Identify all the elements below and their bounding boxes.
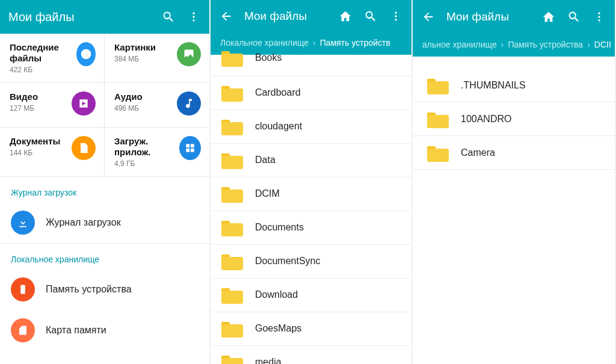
- folder-name: DocumentSync: [255, 256, 321, 267]
- svg-rect-5: [186, 149, 189, 152]
- folder-name: DCIM: [255, 188, 280, 199]
- svg-point-8: [395, 11, 396, 13]
- phone-icon: [11, 277, 35, 301]
- panel-dcim: Мои файлы альное хранилище›Память устрой…: [413, 0, 616, 364]
- chevron-right-icon: ›: [309, 38, 320, 48]
- folder-name: media: [255, 357, 282, 364]
- breadcrumb-segment[interactable]: альное хранилище: [422, 40, 497, 49]
- svg-rect-4: [191, 144, 194, 147]
- section-downloads-title: Журнал загрузок: [0, 177, 209, 202]
- folder-name: .THUMBNAILS: [461, 80, 526, 91]
- folder-row[interactable]: .THUMBNAILS: [413, 69, 615, 102]
- image-icon: [177, 42, 201, 66]
- search-icon[interactable]: [363, 9, 378, 23]
- category-name: Аудио: [114, 91, 143, 102]
- search-icon[interactable]: [567, 10, 581, 24]
- folder-name: 100ANDRO: [461, 114, 511, 125]
- chevron-right-icon: ›: [583, 40, 594, 49]
- downloads-row[interactable]: Журнал загрузок: [0, 202, 209, 243]
- folder-row[interactable]: 100ANDRO: [413, 102, 615, 136]
- svg-point-13: [598, 19, 600, 21]
- svg-rect-6: [191, 149, 194, 152]
- home-icon[interactable]: [541, 10, 556, 24]
- category-audio[interactable]: Аудио496 МБ: [105, 83, 209, 128]
- category-size: 496 МБ: [114, 104, 143, 113]
- folder-name: cloudagent: [255, 121, 302, 132]
- downloads-label: Журнал загрузок: [46, 217, 121, 228]
- back-icon[interactable]: [421, 10, 436, 24]
- category-name: Загруж. прилож.: [114, 136, 179, 158]
- folder-name: Cardboard: [255, 87, 301, 98]
- svg-point-11: [598, 13, 600, 14]
- search-icon[interactable]: [161, 10, 176, 24]
- storage-row[interactable]: Память устройства: [0, 269, 209, 310]
- download-icon: [11, 211, 35, 235]
- appbar: Мои файлы: [211, 0, 411, 32]
- folder-row[interactable]: media: [211, 346, 411, 364]
- svg-rect-7: [20, 285, 25, 294]
- breadcrumb-segment[interactable]: DCII: [594, 40, 611, 49]
- folder-name: Camera: [461, 147, 495, 158]
- appbar-title: Мои файлы: [244, 10, 327, 23]
- folder-row[interactable]: Download: [211, 279, 411, 312]
- folder-row[interactable]: Camera: [413, 136, 615, 170]
- doc-icon: [72, 136, 96, 160]
- category-recent[interactable]: Последние файлы422 КБ: [0, 34, 105, 83]
- svg-rect-3: [186, 144, 189, 147]
- folder-row[interactable]: Data: [211, 144, 411, 177]
- folder-icon: [221, 286, 243, 304]
- folder-icon: [221, 49, 243, 67]
- appbar-title: Мои файлы: [8, 10, 150, 24]
- more-icon[interactable]: [186, 10, 201, 24]
- folder-icon: [221, 117, 243, 135]
- svg-point-9: [395, 15, 396, 17]
- folder-row[interactable]: Cardboard: [211, 76, 411, 110]
- folder-icon: [221, 84, 243, 102]
- storage-row[interactable]: Карта памяти: [0, 310, 209, 351]
- more-icon[interactable]: [389, 9, 403, 23]
- category-name: Документы: [10, 136, 60, 147]
- category-video[interactable]: Видео127 МБ: [0, 83, 105, 128]
- folder-icon: [427, 76, 449, 94]
- panel-device-storage: Мои файлы Локальное хранилище›Память уст…: [211, 0, 413, 364]
- category-doc[interactable]: Документы144 КБ: [0, 128, 105, 177]
- folder-row[interactable]: cloudagent: [211, 110, 411, 144]
- folder-icon: [427, 144, 449, 162]
- svg-point-1: [192, 16, 194, 17]
- breadcrumb-segment[interactable]: Память устройств: [320, 38, 390, 48]
- folder-row[interactable]: Documents: [211, 211, 411, 245]
- more-icon[interactable]: [592, 10, 606, 24]
- home-icon[interactable]: [338, 9, 353, 23]
- folder-icon: [221, 319, 243, 338]
- folder-name: Download: [255, 289, 298, 300]
- back-icon[interactable]: [219, 9, 233, 23]
- folder-list: BooksCardboardcloudagentDataDCIMDocument…: [211, 48, 411, 364]
- apps-icon: [179, 136, 201, 160]
- folder-row[interactable]: DocumentSync: [211, 245, 411, 279]
- folder-name: Books: [255, 52, 282, 63]
- category-size: 127 МБ: [10, 104, 38, 113]
- category-apps[interactable]: Загруж. прилож.4,9 ГБ: [105, 128, 209, 177]
- folder-row[interactable]: DCIM: [211, 177, 411, 211]
- breadcrumb[interactable]: альное хранилище›Память устройства›DCII: [413, 34, 615, 57]
- panel-home: Мои файлы Последние файлы422 КБКартинки3…: [0, 0, 211, 364]
- folder-icon: [221, 353, 243, 364]
- storage-label: Карта памяти: [46, 325, 106, 336]
- folder-icon: [427, 110, 449, 128]
- category-name: Последние файлы: [10, 42, 76, 64]
- folder-row[interactable]: GoesMaps: [211, 312, 411, 346]
- category-size: 422 КБ: [10, 66, 76, 74]
- category-grid: Последние файлы422 КБКартинки384 МБВидео…: [0, 34, 209, 177]
- svg-point-10: [395, 19, 396, 20]
- folder-icon: [221, 185, 243, 203]
- svg-point-0: [192, 13, 194, 14]
- category-image[interactable]: Картинки384 МБ: [105, 34, 209, 83]
- audio-icon: [177, 91, 201, 116]
- section-storage-title: Локальное хранилище: [0, 244, 209, 269]
- breadcrumb-segment[interactable]: Локальное хранилище: [220, 38, 309, 48]
- folder-row[interactable]: Books: [211, 48, 411, 76]
- category-size: 384 МБ: [114, 55, 156, 63]
- svg-point-12: [598, 16, 600, 17]
- folder-icon: [221, 151, 243, 169]
- breadcrumb-segment[interactable]: Память устройства: [508, 40, 583, 49]
